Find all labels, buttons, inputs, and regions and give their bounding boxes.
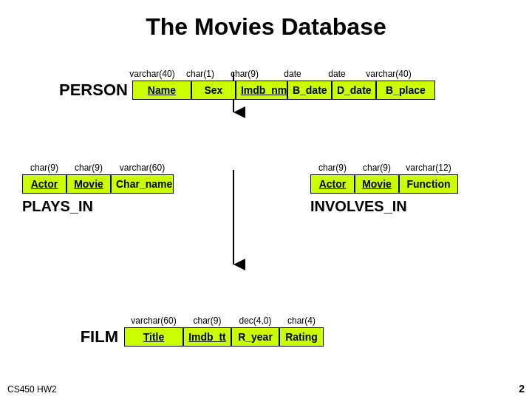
plays-in-field-movie: Movie — [66, 174, 111, 194]
person-type-3: date — [270, 69, 315, 79]
film-field-row: FILM Title Imdb_tt R_year Rating — [74, 327, 324, 347]
involves-in-field-actor: Actor — [310, 174, 355, 194]
film-type-2: dec(4,0) — [231, 316, 279, 326]
person-field-row: PERSON Name Sex Imdb_nm B_date D_date B_… — [59, 81, 502, 100]
film-field-rating: Rating — [279, 327, 324, 347]
person-entity: varchar(40) char(1) char(9) date date va… — [59, 69, 502, 100]
person-type-0: varchar(40) — [123, 69, 182, 79]
footer-left: CS450 HW2 — [7, 384, 57, 395]
person-type-row: varchar(40) char(1) char(9) date date va… — [123, 69, 502, 79]
plays-in-label: PLAYS_IN — [22, 198, 174, 215]
involves-in-field-movie: Movie — [355, 174, 399, 194]
plays-in-type-row: char(9) char(9) varchar(60) — [22, 163, 174, 173]
film-field-ryear: R_year — [231, 327, 279, 347]
person-type-4: date — [315, 69, 359, 79]
involves-in-label: INVOLVES_IN — [310, 198, 458, 215]
plays-in-type-0: char(9) — [22, 163, 66, 173]
plays-in-field-row: Actor Movie Char_name — [22, 174, 174, 194]
page-title: The Movies Database — [0, 0, 532, 48]
footer-right: 2 — [519, 383, 525, 395]
person-type-1: char(1) — [182, 69, 219, 79]
person-field-ddate: D_date — [332, 81, 376, 100]
person-type-5: varchar(40) — [359, 69, 418, 79]
person-field-bplace: B_place — [376, 81, 435, 100]
person-field-imdb-nm: Imdb_nm — [236, 81, 287, 100]
film-label: FILM — [74, 327, 118, 347]
person-field-sex: Sex — [191, 81, 236, 100]
film-entity: varchar(60) char(9) dec(4,0) char(4) FIL… — [74, 316, 324, 347]
plays-in-field-actor: Actor — [22, 174, 66, 194]
involves-in-field-row: Actor Movie Function — [310, 174, 458, 194]
film-type-row: varchar(60) char(9) dec(4,0) char(4) — [124, 316, 324, 326]
person-field-name: Name — [132, 81, 191, 100]
involves-in-type-1: char(9) — [355, 163, 399, 173]
film-type-0: varchar(60) — [124, 316, 183, 326]
involves-in-block: char(9) char(9) varchar(12) Actor Movie … — [310, 163, 458, 215]
plays-in-block: char(9) char(9) varchar(60) Actor Movie … — [22, 163, 174, 215]
film-type-3: char(4) — [279, 316, 324, 326]
involves-in-type-2: varchar(12) — [399, 163, 458, 173]
diagram: varchar(40) char(1) char(9) date date va… — [0, 48, 532, 388]
involves-in-field-function: Function — [399, 174, 458, 194]
film-field-title: Title — [124, 327, 183, 347]
plays-in-type-2: varchar(60) — [111, 163, 174, 173]
film-field-imdb-tt: Imdb_tt — [183, 327, 231, 347]
film-type-1: char(9) — [183, 316, 231, 326]
involves-in-type-0: char(9) — [310, 163, 355, 173]
person-type-2: char(9) — [219, 69, 270, 79]
person-label: PERSON — [59, 81, 128, 100]
involves-in-type-row: char(9) char(9) varchar(12) — [310, 163, 458, 173]
plays-in-field-char-name: Char_name — [111, 174, 174, 194]
plays-in-type-1: char(9) — [66, 163, 111, 173]
person-field-bdate: B_date — [287, 81, 332, 100]
